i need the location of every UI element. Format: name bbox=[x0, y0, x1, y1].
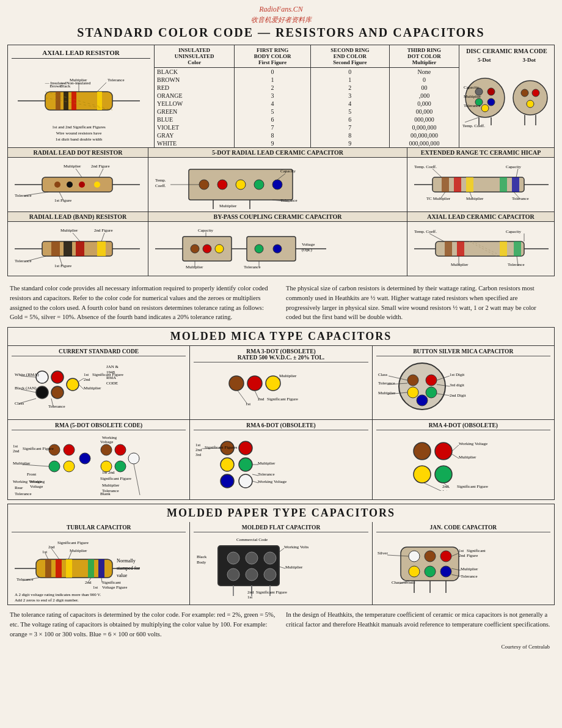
svg-point-107 bbox=[203, 245, 211, 253]
svg-point-33 bbox=[513, 81, 547, 115]
svg-text:A 2 digit voltage rating indic: A 2 digit voltage rating indicates more … bbox=[15, 592, 101, 597]
svg-line-47 bbox=[76, 169, 82, 177]
svg-text:Temp. Coeff.: Temp. Coeff. bbox=[414, 164, 437, 169]
svg-text:2nd: 2nd bbox=[13, 449, 20, 454]
svg-point-174 bbox=[407, 387, 418, 398]
svg-text:1st digit band double width: 1st digit band double width bbox=[56, 137, 103, 141]
color-table-row: RED 2 2 00 bbox=[155, 84, 459, 92]
svg-rect-76 bbox=[500, 177, 507, 192]
svg-rect-126 bbox=[500, 241, 507, 256]
color-table-row: WHITE 9 9 000,000,000 bbox=[155, 139, 459, 147]
svg-point-222 bbox=[221, 474, 234, 488]
svg-text:Voltage Figure: Voltage Figure bbox=[102, 585, 127, 590]
svg-text:Class: Class bbox=[378, 372, 387, 377]
svg-point-190 bbox=[64, 444, 75, 455]
svg-line-292 bbox=[279, 567, 285, 568]
axial-ceramic-diagram: Temp. Coeff. Capacity Multiplier Toleran… bbox=[411, 224, 552, 273]
svg-rect-73 bbox=[442, 177, 449, 192]
svg-text:Significant Figure: Significant Figure bbox=[457, 484, 488, 489]
extended-range-title: EXTENDED RANGE TC CERAMIC HICAP bbox=[407, 148, 554, 158]
svg-point-223 bbox=[239, 474, 252, 488]
svg-point-172 bbox=[407, 375, 418, 386]
svg-text:2nd Figure: 2nd Figure bbox=[91, 164, 110, 169]
svg-point-43 bbox=[67, 182, 73, 188]
svg-line-152 bbox=[79, 384, 84, 389]
svg-point-283 bbox=[264, 568, 276, 581]
color-table-row: BROWN 1 1 0 bbox=[155, 76, 459, 84]
radial-band-title: RADIAL LEAD (BAND) RESISTOR bbox=[8, 212, 148, 222]
svg-text:Multiplier: Multiplier bbox=[279, 373, 297, 378]
svg-text:Significant Figure: Significant Figure bbox=[23, 446, 54, 451]
svg-rect-255 bbox=[98, 559, 104, 578]
svg-point-106 bbox=[191, 245, 199, 253]
paragraph-left: The standard color code provides all nec… bbox=[10, 284, 276, 322]
svg-text:1st: 1st bbox=[442, 489, 447, 491]
svg-point-110 bbox=[273, 245, 282, 253]
svg-text:Multiplier: Multiplier bbox=[219, 204, 237, 208]
svg-point-203 bbox=[101, 444, 112, 455]
svg-line-81 bbox=[516, 169, 518, 177]
svg-text:Tolerance: Tolerance bbox=[16, 577, 34, 582]
svg-text:Tolerance: Tolerance bbox=[508, 262, 525, 267]
col-header-third-ring: THIRD RING DOT COLOR Multiplier bbox=[389, 45, 459, 68]
jan-code-diagram: Silver 1st 2nd Significant Figure Multip… bbox=[376, 535, 498, 596]
svg-text:Significant Figures: Significant Figures bbox=[205, 445, 238, 450]
svg-text:Significant: Significant bbox=[467, 548, 486, 553]
mica-cell-5-title: RMA 4-DOT (OBSOLETE) bbox=[376, 422, 550, 430]
svg-text:Blank: Blank bbox=[100, 491, 111, 496]
svg-text:Silver: Silver bbox=[378, 551, 388, 556]
col-header-second-ring: SECOND RING END COLOR Second Figure bbox=[310, 45, 389, 68]
axial-resistor-diagram: Brown — Insulated Black — Non-insulated … bbox=[12, 61, 146, 141]
svg-point-300 bbox=[440, 551, 451, 562]
five-dot-cap-diagram: Temp. Coeff. Capacity Multiplier Toleran… bbox=[152, 160, 329, 209]
svg-text:Rear: Rear bbox=[15, 485, 23, 490]
svg-text:Tolerance: Tolerance bbox=[244, 265, 261, 270]
svg-text:stamped for: stamped for bbox=[117, 565, 140, 571]
svg-point-25 bbox=[481, 105, 489, 112]
svg-point-238 bbox=[435, 466, 452, 483]
svg-text:Multiplier: Multiplier bbox=[378, 391, 396, 395]
svg-rect-74 bbox=[454, 177, 461, 192]
svg-point-204 bbox=[115, 444, 126, 455]
svg-point-298 bbox=[409, 551, 420, 562]
svg-point-142 bbox=[67, 378, 79, 391]
svg-text:Tolerance: Tolerance bbox=[280, 198, 297, 203]
svg-rect-75 bbox=[466, 177, 473, 192]
svg-text:Tolerance: Tolerance bbox=[461, 574, 478, 579]
current-standard-diagram: White (RMA) Black (JAN) 1st 2nd Signific… bbox=[12, 359, 128, 417]
svg-point-280 bbox=[264, 552, 276, 564]
svg-point-303 bbox=[440, 566, 451, 577]
color-table-row: GRAY 8 8 00,000,000 bbox=[155, 131, 459, 139]
svg-line-13 bbox=[97, 83, 106, 92]
svg-text:Temp. Coeff.: Temp. Coeff. bbox=[414, 229, 437, 234]
svg-rect-104 bbox=[247, 237, 296, 261]
svg-rect-251 bbox=[45, 559, 51, 578]
svg-text:Voltage: Voltage bbox=[30, 484, 43, 489]
color-table-row: BLACK 0 0 None bbox=[155, 68, 459, 76]
svg-text:Working Voltage: Working Voltage bbox=[258, 479, 286, 484]
svg-text:Multiplier: Multiplier bbox=[464, 94, 481, 99]
svg-point-175 bbox=[426, 387, 437, 398]
extended-range-diagram: Temp. Coeff. Capacity TC Multiplier Mult… bbox=[411, 160, 552, 209]
axial-ceramic-title: AXIAL LEAD CERAMIC CAPACITOR bbox=[407, 212, 554, 222]
svg-text:Multiplier: Multiplier bbox=[459, 455, 476, 460]
mica-cell-1-title: RMA 3-DOT (OBSOLETE)RATED 500 W.V.D.C. ±… bbox=[194, 348, 368, 362]
svg-point-141 bbox=[51, 386, 64, 399]
svg-text:RMA: RMA bbox=[106, 375, 116, 380]
svg-text:CODE: CODE bbox=[106, 381, 118, 386]
svg-point-302 bbox=[425, 566, 436, 577]
bottom-paragraph-right: In the design of Heathkits, the temperat… bbox=[286, 610, 552, 639]
rma-6dot-diagram: 1st 2nd 3rd Significant Figures Multipli… bbox=[194, 433, 310, 491]
three-dot-label: 3-Dot bbox=[523, 57, 536, 63]
button-silver-mica-diagram: Class Tolerance Multiplier 1st Digit 3rd… bbox=[376, 359, 498, 414]
svg-rect-254 bbox=[88, 559, 94, 578]
col-header-insulated: INSULATED UNINSULATED Color bbox=[155, 45, 235, 68]
tubular-cap-diagram: 1st 2nd Significant Figure Multiplier To… bbox=[12, 535, 152, 602]
rma-4dot-diagram: Working Voltage Multiplier 2nd 1st Signi… bbox=[376, 433, 498, 491]
svg-text:Capacity: Capacity bbox=[198, 228, 213, 233]
svg-text:Multiplier: Multiplier bbox=[70, 548, 87, 553]
svg-line-49 bbox=[99, 169, 103, 177]
svg-text:1st Figure: 1st Figure bbox=[54, 263, 71, 268]
radial-dot-diagram: Multiplier 2nd Figure Tolerance 1st Figu… bbox=[12, 160, 143, 209]
svg-point-191 bbox=[49, 461, 60, 472]
